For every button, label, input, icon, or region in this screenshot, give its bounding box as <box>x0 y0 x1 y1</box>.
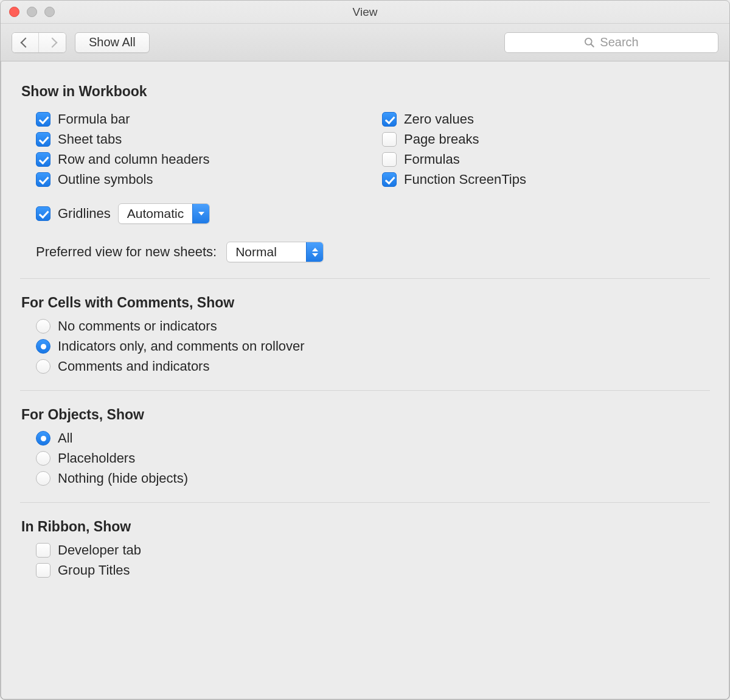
svg-line-1 <box>591 44 594 46</box>
checkbox-group-titles[interactable] <box>36 563 50 578</box>
label-function-screentips: Function ScreenTips <box>404 172 526 187</box>
workbook-columns: Formula bar Sheet tabs Row and column he… <box>20 107 710 228</box>
gridlines-mode-value: Automatic <box>119 206 192 221</box>
label-objects-nothing: Nothing (hide objects) <box>58 471 188 486</box>
search-icon <box>584 37 595 48</box>
checkbox-row-col-headers[interactable] <box>36 152 50 167</box>
radio-objects-placeholders[interactable] <box>36 451 50 466</box>
minimize-window-button[interactable] <box>27 7 37 17</box>
label-indicators-only: Indicators only, and comments on rollove… <box>58 338 305 354</box>
dropdown-icon <box>192 204 209 223</box>
window-controls <box>9 7 55 17</box>
radio-indicators-only[interactable] <box>36 339 50 354</box>
content: Show in Workbook Formula bar Sheet tabs … <box>1 61 729 600</box>
window-title: View <box>1 5 729 19</box>
chevron-right-icon <box>47 37 58 47</box>
label-objects-all: All <box>58 430 72 446</box>
radio-comments-and-indicators[interactable] <box>36 359 50 374</box>
search-placeholder: Search <box>600 35 638 49</box>
checkbox-page-breaks[interactable] <box>382 132 397 147</box>
checkbox-zero-values[interactable] <box>382 112 397 127</box>
label-developer-tab: Developer tab <box>58 542 141 558</box>
preferred-view-popup[interactable]: Normal <box>226 242 324 262</box>
toolbar: Show All Search <box>1 24 729 61</box>
section-title-objects: For Objects, Show <box>21 407 710 423</box>
section-title-workbook: Show in Workbook <box>21 83 710 100</box>
chevron-left-icon <box>20 37 30 47</box>
checkbox-sheet-tabs[interactable] <box>36 132 50 147</box>
radio-objects-nothing[interactable] <box>36 471 50 486</box>
label-zero-values: Zero values <box>404 111 474 127</box>
checkbox-formula-bar[interactable] <box>36 112 50 127</box>
label-sheet-tabs: Sheet tabs <box>58 131 122 147</box>
checkbox-formulas[interactable] <box>382 152 397 167</box>
preferences-window: View Show All Search Show in Workbook Fo… <box>0 0 730 700</box>
label-comments-and-indicators: Comments and indicators <box>58 359 209 374</box>
zoom-window-button[interactable] <box>44 7 55 17</box>
label-no-comments: No comments or indicators <box>58 318 217 334</box>
search-field[interactable]: Search <box>504 32 718 53</box>
checkbox-outline-symbols[interactable] <box>36 172 50 187</box>
section-title-comments: For Cells with Comments, Show <box>21 295 710 311</box>
checkbox-function-screentips[interactable] <box>382 172 397 187</box>
label-outline-symbols: Outline symbols <box>58 172 153 187</box>
radio-no-comments[interactable] <box>36 319 50 334</box>
radio-objects-all[interactable] <box>36 431 50 446</box>
label-page-breaks: Page breaks <box>404 131 479 147</box>
updown-icon <box>306 242 323 262</box>
label-formula-bar: Formula bar <box>58 111 130 127</box>
label-row-col-headers: Row and column headers <box>58 152 209 167</box>
show-all-button[interactable]: Show All <box>75 32 150 53</box>
gridlines-color-popup[interactable]: Automatic <box>118 203 210 224</box>
checkbox-gridlines[interactable] <box>36 206 50 221</box>
section-title-ribbon: In Ribbon, Show <box>21 519 710 535</box>
checkbox-developer-tab[interactable] <box>36 543 50 558</box>
label-objects-placeholders: Placeholders <box>58 450 135 466</box>
preferred-view-value: Normal <box>227 245 306 259</box>
label-gridlines: Gridlines <box>58 206 111 222</box>
close-window-button[interactable] <box>9 7 19 17</box>
forward-button[interactable] <box>39 33 66 52</box>
titlebar: View <box>1 1 729 24</box>
nav-segment <box>12 32 66 53</box>
label-formulas: Formulas <box>404 152 460 167</box>
label-group-titles: Group Titles <box>58 562 130 578</box>
label-preferred-view: Preferred view for new sheets: <box>36 244 217 260</box>
back-button[interactable] <box>12 33 39 52</box>
